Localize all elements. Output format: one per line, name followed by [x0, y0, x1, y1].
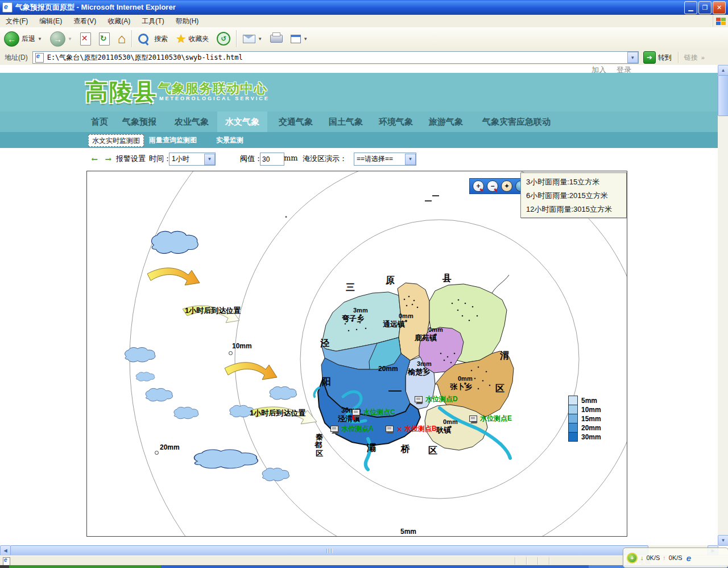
- page-icon: e: [35, 53, 44, 63]
- rainfall-3h: 3小时面雨量:15立方米: [526, 177, 599, 187]
- statusbar-separator: [515, 557, 516, 565]
- station-E[interactable]: 水位测点E: [469, 414, 512, 423]
- back-button[interactable]: ← 后退 ▼: [0, 28, 46, 49]
- ie-tray-icon[interactable]: e: [686, 553, 691, 563]
- ie-toolbar: ← 后退 ▼ → ▼ ✕ ↻ ⌂ 搜索 ★ 收藏夹 ↺ ▼ ▼: [0, 27, 728, 51]
- forward-icon: →: [50, 31, 65, 47]
- favorites-button[interactable]: ★ 收藏夹: [172, 28, 213, 49]
- legend-label: 20mm: [581, 424, 601, 432]
- hscroll-thumb[interactable]: [10, 545, 648, 556]
- tab-realtime-monitor-map[interactable]: 水文实时监测图: [88, 134, 144, 147]
- history-button[interactable]: ↺: [213, 28, 234, 49]
- status-bar: e 我的电脑: [0, 555, 728, 566]
- nav-traffic[interactable]: 交通气象: [279, 112, 313, 132]
- menu-favorites[interactable]: 收藏(A): [102, 15, 136, 27]
- nav-weather-forecast[interactable]: 气象预报: [122, 112, 156, 132]
- forward-button[interactable]: → ▼: [46, 28, 76, 49]
- links-label[interactable]: 链接: [681, 53, 701, 63]
- go-arrow-icon: ➜: [643, 51, 656, 64]
- time-select-arrow-icon[interactable]: ▼: [204, 154, 215, 165]
- scroll-down-icon[interactable]: ▼: [718, 535, 728, 546]
- mail-button[interactable]: ▼: [239, 28, 266, 49]
- go-button[interactable]: ➜ 转到: [639, 51, 676, 64]
- download-manager-icon[interactable]: +: [627, 553, 638, 563]
- contour-label-10mm: 10mm: [232, 342, 252, 350]
- minimize-button[interactable]: ▁: [684, 1, 697, 14]
- close-button[interactable]: ✕: [713, 1, 726, 14]
- nav-environment[interactable]: 环境气象: [379, 112, 413, 132]
- flood-select-arrow-icon[interactable]: ▼: [405, 154, 416, 165]
- vertical-scrollbar[interactable]: ▲ ▼: [718, 65, 728, 545]
- zoom-out-icon[interactable]: −: [487, 180, 498, 192]
- stop-button[interactable]: ✕: [76, 28, 95, 49]
- station-D[interactable]: 水位测点D: [415, 394, 458, 404]
- refresh-button[interactable]: ↻: [95, 28, 114, 49]
- time-select[interactable]: 1小时 ▼: [169, 153, 216, 166]
- mail-dropdown-icon[interactable]: ▼: [258, 36, 262, 42]
- menu-file[interactable]: 文件(F): [0, 15, 34, 27]
- station-C[interactable]: 水位测点C: [352, 408, 395, 417]
- prev-arrow-icon[interactable]: ←: [90, 152, 100, 163]
- windows-logo-icon: [713, 15, 728, 27]
- neighbor-label: 三: [346, 282, 355, 294]
- site-banner: 高陵县 气象服务联动中心 METEOROLOGICAL SERVICE: [0, 73, 718, 112]
- address-input-box[interactable]: e ▼: [32, 51, 639, 64]
- menu-edit[interactable]: 编辑(E): [34, 15, 68, 27]
- horizontal-scrollbar[interactable]: ◀ ▶: [0, 545, 718, 555]
- menu-tools[interactable]: 工具(T): [136, 15, 169, 27]
- back-dropdown-icon[interactable]: ▼: [38, 36, 42, 42]
- taskbar-edge: [0, 565, 728, 568]
- sub-nav: 水文实时监测图 雨量查询监测图 实景监测: [0, 132, 718, 148]
- scroll-up-icon[interactable]: ▲: [718, 65, 728, 76]
- edit-button[interactable]: ▼: [287, 28, 312, 49]
- home-button[interactable]: ⌂: [114, 28, 130, 49]
- nav-land[interactable]: 国土气象: [329, 112, 363, 132]
- edit-dropdown-icon[interactable]: ▼: [303, 36, 308, 42]
- nav-agriculture[interactable]: 农业气象: [175, 112, 209, 132]
- legend-swatch: [568, 423, 578, 433]
- area-rainfall-infobox: 3小时面雨量:15立方米 6小时面雨量:2015立方米 12小时面雨量:3015…: [520, 172, 627, 218]
- scroll-left-icon[interactable]: ◀: [0, 545, 11, 556]
- next-arrow-icon[interactable]: →: [104, 152, 113, 163]
- threshold-unit: mm: [284, 154, 298, 162]
- contour-label-20mm: 20mm: [160, 443, 180, 451]
- station-A[interactable]: 水位测点A: [330, 424, 374, 434]
- flood-demo-select[interactable]: ==请选择== ▼: [354, 153, 416, 166]
- start-button-edge: [9, 565, 161, 568]
- site-logo-subtitle: METEOROLOGICAL SERVICE: [159, 96, 270, 101]
- restore-button[interactable]: ❐: [698, 1, 712, 14]
- district-gengzhen: 耿镇: [436, 425, 451, 435]
- hydrology-map[interactable]: 10mm 20mm 5mm 20mm 1小时后到达位置 1小时后到达位置 3mm…: [86, 171, 627, 537]
- neighbor-label: 阳: [322, 376, 331, 388]
- tab-rain-query-map[interactable]: 雨量查询监测图: [149, 134, 197, 146]
- nav-disaster-emergency[interactable]: 气象灾害应急联动: [482, 112, 551, 132]
- legend-swatch: [568, 414, 578, 423]
- station-B[interactable]: ✕ 水位测点B: [386, 424, 437, 434]
- menu-view[interactable]: 查看(V): [68, 15, 102, 27]
- district-luyuanzhen: 鹿苑镇: [415, 333, 437, 343]
- address-separator: [678, 52, 679, 63]
- nav-tourism[interactable]: 旅游气象: [429, 112, 463, 132]
- address-dropdown-icon[interactable]: ▼: [627, 52, 638, 63]
- address-bar: 地址(D) e ▼ ➜ 转到 链接 »: [0, 50, 728, 65]
- monitor-icon: [415, 396, 424, 404]
- nav-hydrology[interactable]: 水文气象: [217, 112, 267, 132]
- tab-live-view[interactable]: 实景监测: [216, 134, 243, 146]
- download-speed: 0K/S: [647, 554, 660, 561]
- legend-swatch: [568, 396, 578, 405]
- print-button[interactable]: [266, 28, 287, 49]
- upload-speed: 0K/S: [669, 554, 682, 561]
- menu-help[interactable]: 帮助(H): [170, 15, 205, 27]
- pan-hand-icon[interactable]: ✦: [501, 180, 512, 192]
- up-arrow-icon: ↑: [663, 554, 666, 561]
- links-chevron-icon[interactable]: »: [701, 54, 708, 61]
- vscroll-thumb[interactable]: [718, 75, 728, 116]
- statusbar-separator: [526, 557, 527, 565]
- district-yuchuxiang: 榆楚乡: [408, 367, 430, 377]
- zoom-in-icon[interactable]: +: [473, 180, 484, 192]
- address-input[interactable]: [46, 53, 627, 62]
- nav-home[interactable]: 首页: [91, 112, 108, 132]
- document-icon: e: [3, 557, 10, 566]
- threshold-input[interactable]: [260, 153, 284, 166]
- search-button[interactable]: 搜索: [134, 28, 172, 49]
